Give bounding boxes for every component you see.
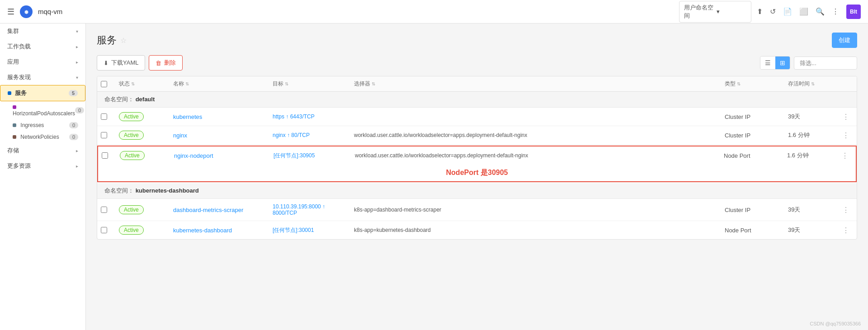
favorite-star-icon[interactable]: ☆: [120, 36, 127, 45]
dashboard-metrics-checkbox[interactable]: [101, 207, 107, 213]
dashboard-metrics-link[interactable]: dashboard-metrics-scraper: [173, 207, 243, 213]
k8s-dashboard-target-text: [任何节点]:30001: [273, 226, 314, 234]
table-row-kubernetes: Active kubernetes https ↑ 6443/TCP Clust…: [97, 108, 857, 126]
nginx-nodeport-checkbox[interactable]: [102, 152, 108, 159]
kubernetes-status-badge: Active: [119, 112, 144, 121]
sidebar-item-ingresses[interactable]: Ingresses 0: [0, 119, 85, 131]
nginx-type-text: Cluster IP: [725, 132, 750, 139]
namespace-group-k8s-dashboard: 命名空间： kubernetes-dashboard: [97, 183, 857, 199]
download-yaml-button[interactable]: ⬇ 下载YAML: [97, 55, 145, 71]
table-row-dashboard-metrics-grid: Active dashboard-metrics-scraper 10.110.…: [97, 199, 857, 221]
nginx-selector-text: workload.user.cattle.io/workloadselector…: [354, 132, 527, 138]
page-header: 服务 ☆ 创建: [97, 33, 857, 48]
sidebar-network-policies-color: [13, 135, 16, 139]
row-nginx-nodeport-selector: workload.user.cattle.io/workloadselector…: [351, 152, 720, 159]
sidebar-item-app[interactable]: 应用 ▸: [0, 54, 85, 70]
sidebar-item-more-resources[interactable]: 更多资源 ▸: [0, 158, 85, 174]
select-all-checkbox[interactable]: [101, 81, 107, 87]
k8s-dashboard-link[interactable]: kubernetes-dashboard: [173, 227, 232, 234]
header-actions: ⬆ ↺ 📄 ⬜ 🔍 ⋮ BIt: [757, 5, 861, 19]
file-icon[interactable]: 📄: [783, 7, 792, 16]
row-kubernetes-type: Cluster IP: [721, 113, 784, 120]
csdn-watermark-text: CSDN @qq759035366: [810, 321, 861, 326]
sidebar-storage-arrow: ▸: [76, 148, 78, 153]
row-nginx-more: ⋮: [839, 131, 857, 140]
sidebar-item-storage[interactable]: 存储 ▸: [0, 143, 85, 158]
row-kubernetes-more: ⋮: [839, 113, 857, 121]
kubernetes-link[interactable]: kubernetes: [173, 113, 202, 120]
row-kubernetes-target: https ↑ 6443/TCP: [269, 113, 350, 120]
sidebar-more-resources-label: 更多资源: [7, 162, 31, 170]
row-nginx-nodeport-target: [任何节点]:30905: [270, 152, 351, 160]
create-button[interactable]: 创建: [832, 33, 857, 48]
nginx-link[interactable]: nginx: [173, 132, 187, 139]
refresh-icon[interactable]: ↺: [770, 7, 776, 16]
nginx-target-text: nginx ↑ 80/TCP: [273, 132, 310, 138]
search-input[interactable]: [794, 57, 857, 70]
row-kubernetes-status: Active: [115, 112, 170, 121]
header-target-label: 目标: [273, 80, 283, 88]
age-sort-icon[interactable]: ⇅: [811, 81, 815, 86]
delete-button[interactable]: 🗑 删除: [149, 55, 183, 71]
row-k8s-dashboard-more: ⋮: [839, 226, 857, 235]
row-dashboard-metrics-type: Cluster IP: [721, 207, 784, 213]
copy-icon[interactable]: ⬜: [799, 7, 808, 16]
row-dashboard-metrics-age: 39天: [784, 206, 839, 214]
name-sort-icon[interactable]: ⇅: [185, 81, 189, 86]
sidebar-workload-arrow: ▸: [76, 44, 78, 49]
sidebar-network-policies-left: NetworkPolicies: [13, 134, 59, 140]
dashboard-metrics-more-icon[interactable]: ⋮: [842, 206, 849, 214]
row-k8s-dashboard-status: Active: [115, 226, 170, 235]
table-header: 状态 ⇅ 名称 ⇅ 目标 ⇅ 选择器 ⇅ 类型 ⇅: [97, 76, 857, 92]
nginx-checkbox[interactable]: [101, 132, 107, 138]
type-sort-icon[interactable]: ⇅: [737, 81, 741, 86]
user-avatar[interactable]: BIt: [846, 5, 861, 19]
dashboard-metrics-status-badge: Active: [119, 205, 144, 214]
namespace-label-default: 命名空间：: [104, 96, 134, 103]
target-sort-icon[interactable]: ⇅: [285, 81, 288, 86]
list-view-button[interactable]: ☰: [760, 57, 775, 69]
nodeport-annotation-text: NodePort 是30905: [446, 169, 508, 176]
nginx-nodeport-more-icon[interactable]: ⋮: [841, 151, 849, 160]
nodeport-annotation: NodePort 是30905: [98, 165, 856, 181]
nginx-nodeport-link[interactable]: nginx-nodeport: [174, 152, 213, 159]
user-avatar-text: BIt: [850, 9, 857, 15]
table-row-nginx: Active nginx nginx ↑ 80/TCP workload.use…: [97, 126, 857, 145]
row-nginx-nodeport-name: nginx-nodeport: [170, 152, 270, 159]
header-age-col: 存活时间 ⇅: [784, 80, 839, 88]
sidebar-hpa-label: HorizontalPodAutoscalers: [13, 110, 75, 117]
sidebar-item-network-policies[interactable]: NetworkPolicies 0: [0, 131, 85, 143]
sidebar-item-workload[interactable]: 工作负载 ▸: [0, 39, 85, 54]
more-options-icon[interactable]: ⋮: [832, 7, 839, 16]
row-kubernetes-age: 39天: [784, 113, 839, 121]
kubernetes-age-text: 39天: [788, 113, 800, 121]
sidebar-service-discovery-label: 服务发现: [7, 73, 31, 81]
sidebar-item-services[interactable]: 服务 5: [0, 85, 85, 101]
k8s-dashboard-more-icon[interactable]: ⋮: [842, 226, 849, 235]
grid-view-button[interactable]: ⊞: [775, 57, 790, 69]
upload-icon[interactable]: ⬆: [757, 7, 763, 16]
header-selector-label: 选择器: [354, 80, 370, 88]
sidebar-app-label: 应用: [7, 58, 19, 66]
sidebar-item-hpa[interactable]: HorizontalPodAutoscalers 0: [0, 101, 85, 119]
kubernetes-more-icon[interactable]: ⋮: [842, 113, 849, 121]
k8s-dashboard-checkbox[interactable]: [101, 227, 107, 233]
nginx-nodeport-status-badge: Active: [120, 151, 145, 160]
sidebar-app-arrow: ▸: [76, 60, 78, 65]
k8s-dashboard-age-text: 39天: [788, 226, 800, 234]
search-icon[interactable]: 🔍: [816, 7, 825, 16]
row-dashboard-metrics-selector: k8s-app=dashboard-metrics-scraper: [350, 207, 721, 213]
sidebar-item-service-discovery[interactable]: 服务发现 ▾: [0, 70, 85, 85]
nginx-more-icon[interactable]: ⋮: [842, 131, 849, 140]
kubernetes-checkbox[interactable]: [101, 113, 107, 120]
status-sort-icon[interactable]: ⇅: [131, 81, 135, 86]
hamburger-icon[interactable]: ☰: [7, 7, 14, 17]
sidebar-service-discovery-arrow: ▾: [76, 75, 78, 80]
csdn-watermark: CSDN @qq759035366: [810, 321, 861, 326]
sidebar-services-left: 服务: [8, 89, 27, 97]
namespace-selector[interactable]: 用户命名空间 ▾: [679, 1, 751, 23]
main-layout: 集群 ▾ 工作负载 ▸ 应用 ▸ 服务发现 ▾ 服务 5 HorizontalP…: [0, 24, 868, 330]
sidebar-ingresses-label: Ingresses: [20, 122, 44, 128]
selector-sort-icon[interactable]: ⇅: [372, 81, 375, 86]
sidebar-item-cluster[interactable]: 集群 ▾: [0, 24, 85, 39]
